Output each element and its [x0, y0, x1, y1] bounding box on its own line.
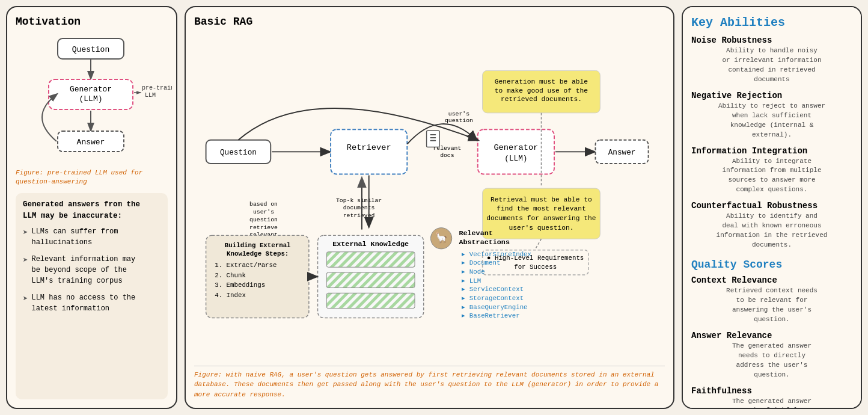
svg-text:question: question [445, 117, 473, 124]
ability-desc-0: Ability to handle noisy or irrelevant in… [691, 46, 852, 85]
svg-text:▸ ServiceContext: ▸ ServiceContext [462, 286, 524, 293]
motivation-text-section: Generated answers from the LLM may be in… [16, 193, 168, 399]
svg-text:▸ BaseQueryEngine: ▸ BaseQueryEngine [462, 304, 527, 311]
quality-name-2: Faithfulness [691, 386, 852, 396]
svg-text:(LLM): (LLM) [79, 94, 102, 103]
svg-text:(LLM): (LLM) [504, 154, 527, 163]
quality-faithfulness: Faithfulness The generated answer must b… [691, 386, 852, 410]
svg-text:Building External: Building External [225, 242, 291, 249]
rag-title: Basic RAG [194, 16, 665, 28]
svg-rect-64 [326, 252, 415, 267]
svg-text:user's question.: user's question. [509, 224, 573, 232]
ability-desc-3: Ability to identify and deal with known … [691, 212, 852, 250]
svg-text:Answer: Answer [77, 138, 105, 147]
bullet-arrow-3: ➤ [23, 293, 28, 306]
svg-text:Relevant: Relevant [459, 229, 492, 238]
svg-text:▸ BaseRetriever: ▸ BaseRetriever [462, 312, 519, 319]
svg-text:to make good use of the: to make good use of the [495, 87, 588, 94]
svg-text:LLM: LLM [145, 92, 156, 99]
svg-text:Answer: Answer [608, 148, 636, 157]
bullet-2: ➤ Relevant information may be beyond sco… [23, 254, 160, 286]
rag-figure-caption: Figure: with naive RAG, a user's questio… [194, 366, 665, 400]
svg-text:Abstractions: Abstractions [459, 238, 510, 247]
motivation-title: Motivation [16, 16, 168, 28]
rag-panel: Basic RAG Generation must be able to mak… [185, 6, 674, 409]
svg-rect-33 [427, 131, 440, 147]
svg-text:based on: based on [249, 201, 278, 208]
quality-title: Quality Scores [691, 259, 852, 271]
bullet-1: ➤ LLMs can suffer from hallucinations [23, 226, 160, 248]
svg-text:2. Chunk: 2. Chunk [215, 272, 246, 279]
svg-text:▸ StorageContext: ▸ StorageContext [462, 295, 524, 302]
svg-text:docs: docs [440, 152, 454, 159]
quality-desc-2: The generated answer must be faithful to… [691, 397, 852, 410]
svg-text:retrieve: retrieve [249, 224, 278, 231]
svg-text:pre-trained: pre-trained [142, 85, 172, 91]
svg-text:🦙: 🦙 [435, 231, 448, 244]
svg-text:External Knowledge: External Knowledge [332, 240, 409, 248]
quality-answer-relevance: Answer Relevance The generated answer ne… [691, 331, 852, 380]
svg-text:Knowledge Steps:: Knowledge Steps: [227, 250, 289, 257]
ability-name-0: Noise Robustness [691, 35, 852, 45]
svg-text:1. Extract/Parse: 1. Extract/Parse [215, 262, 277, 269]
motivation-svg: Question Generator (LLM) pre-trained LLM… [16, 32, 172, 165]
quality-name-0: Context Relevance [691, 275, 852, 285]
abilities-title: Key Abilities [691, 16, 852, 29]
bullet-arrow-2: ➤ [23, 254, 28, 267]
rag-svg: Generation must be able to make good use… [194, 32, 665, 362]
abilities-panel: Key Abilities Noise Robustness Ability t… [682, 6, 862, 409]
bullet-text-1: LLMs can suffer from hallucinations [31, 226, 118, 248]
motivation-figure-caption: Figure: pre-trained LLM used for questio… [16, 168, 168, 187]
svg-text:▸ Document: ▸ Document [462, 259, 500, 266]
svg-text:▸ LLM: ▸ LLM [462, 277, 481, 284]
svg-text:find the most relevant: find the most relevant [497, 205, 586, 212]
quality-desc-1: The generated answer needs to directly a… [691, 342, 852, 380]
bullet-3: ➤ LLM has no access to the latest inform… [23, 292, 160, 314]
svg-rect-66 [326, 293, 415, 308]
svg-text:question: question [249, 217, 278, 223]
svg-text:user's: user's [253, 209, 274, 215]
svg-text:Generation must be able: Generation must be able [495, 78, 588, 85]
quality-context-relevance: Context Relevance Retrieved context need… [691, 275, 852, 325]
svg-text:▸ Node: ▸ Node [462, 268, 484, 275]
ability-name-3: Counterfactual Robustness [691, 201, 852, 211]
svg-text:retrieved: retrieved [343, 212, 375, 219]
quality-desc-0: Retrieved context needs to be relevant f… [691, 286, 852, 325]
ability-counterfactual: Counterfactual Robustness Ability to ide… [691, 201, 852, 250]
svg-text:▸ VectorStoreIndex: ▸ VectorStoreIndex [462, 251, 531, 258]
svg-text:user's: user's [448, 111, 469, 117]
svg-text:Generator: Generator [70, 85, 112, 94]
ability-negative-rejection: Negative Rejection Ability to reject to … [691, 91, 852, 140]
ability-name-2: Information Integration [691, 146, 852, 156]
bullet-text-2: Relevant information may be beyond scope… [31, 254, 135, 286]
svg-text:Retriever: Retriever [347, 143, 391, 152]
svg-text:4. Index: 4. Index [215, 292, 246, 299]
svg-rect-36 [430, 140, 436, 141]
svg-rect-34 [430, 134, 436, 135]
svg-text:Generator: Generator [494, 143, 538, 152]
ability-info-integration: Information Integration Ability to integ… [691, 146, 852, 195]
rag-diagram: Generation must be able to make good use… [194, 32, 665, 362]
ability-name-1: Negative Rejection [691, 91, 852, 100]
motivation-intro: Generated answers from the LLM may be in… [23, 199, 160, 222]
svg-text:documents: documents [343, 204, 375, 211]
ability-desc-1: Ability to reject to answer when lack su… [691, 102, 852, 140]
svg-text:Question: Question [72, 45, 109, 54]
svg-text:documents for answering the: documents for answering the [486, 215, 596, 222]
svg-text:Retrieval must be able to: Retrieval must be able to [491, 196, 592, 203]
ability-desc-2: Ability to integrate information from mu… [691, 157, 852, 195]
svg-text:3. Embeddings: 3. Embeddings [215, 281, 265, 289]
quality-name-1: Answer Relevance [691, 331, 852, 340]
svg-text:retrieved documents.: retrieved documents. [501, 96, 582, 103]
ability-noise-robustness: Noise Robustness Ability to handle noisy… [691, 35, 852, 85]
bullet-arrow-1: ➤ [23, 227, 28, 239]
motivation-panel: Motivation Question Generator (LLM) pre-… [6, 6, 177, 409]
svg-rect-65 [326, 272, 415, 287]
bullet-text-3: LLM has no access to the latest informat… [31, 292, 135, 314]
svg-rect-35 [430, 137, 436, 138]
svg-text:Question: Question [220, 148, 257, 157]
motivation-diagram: Question Generator (LLM) pre-trained LLM… [16, 32, 168, 165]
svg-text:Top-k similar: Top-k similar [336, 197, 382, 204]
svg-text:for Success: for Success [514, 263, 557, 271]
svg-line-83 [536, 239, 542, 249]
